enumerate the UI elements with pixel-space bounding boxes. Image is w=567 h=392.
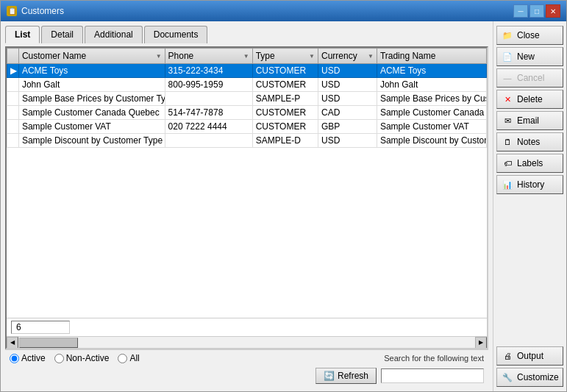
row-indicator — [7, 106, 19, 120]
cell-trading: Sample Customer Canada C — [377, 106, 486, 120]
history-icon: 📊 — [502, 179, 513, 190]
radio-nonactive[interactable]: Non-Active — [54, 353, 110, 363]
cell-currency: USD — [318, 78, 377, 92]
table-row[interactable]: Sample Customer Canada Quebec514-747-787… — [7, 106, 487, 120]
cell-phone: 800-995-1959 — [165, 78, 252, 92]
col-header-trading[interactable]: Trading Name — [377, 49, 486, 64]
window-controls: ─ □ ✕ — [513, 4, 560, 18]
tab-detail[interactable]: Detail — [41, 26, 83, 43]
close-icon: 📁 — [502, 29, 513, 41]
cell-name: Sample Base Prices by Customer Type — [18, 92, 165, 106]
cell-phone: 020 7222 4444 — [165, 120, 252, 134]
cell-trading: Sample Customer VAT — [377, 120, 486, 134]
labels-button[interactable]: 🏷 Labels — [496, 154, 563, 173]
scrollbar-track[interactable] — [18, 337, 475, 349]
notes-button[interactable]: 🗒 Notes — [496, 132, 563, 152]
minimize-button[interactable]: ─ — [513, 4, 528, 18]
customize-icon: 🔧 — [502, 371, 513, 383]
new-icon: 📄 — [502, 51, 513, 63]
sort-arrow-name: ▼ — [156, 53, 162, 60]
email-button[interactable]: ✉ Email — [496, 111, 563, 130]
scroll-right-button[interactable]: ▶ — [475, 337, 487, 349]
cell-type: CUSTOMER — [252, 120, 318, 134]
cell-name: Sample Customer VAT — [18, 120, 165, 134]
row-indicator — [7, 92, 19, 106]
row-indicator — [7, 120, 19, 134]
scrollbar-thumb[interactable] — [19, 338, 78, 348]
output-button[interactable]: 🖨 Output — [496, 346, 563, 366]
cell-type: CUSTOMER — [252, 78, 318, 92]
status-bar: 6 — [7, 318, 487, 336]
cell-name: Sample Discount by Customer Type — [18, 134, 165, 148]
table-container: Customer Name ▼ Phone ▼ — [5, 46, 488, 349]
bottom-bar: Active Non-Active All Search for the fol… — [5, 349, 488, 366]
cell-currency: USD — [318, 134, 377, 148]
customize-button[interactable]: 🔧 Customize — [496, 368, 563, 387]
cell-trading: ACME Toys — [377, 64, 486, 78]
row-indicator — [7, 78, 19, 92]
cell-currency: GBP — [318, 120, 377, 134]
search-label: Search for the following text — [384, 354, 484, 363]
customers-table: Customer Name ▼ Phone ▼ — [7, 48, 487, 148]
output-icon: 🖨 — [502, 350, 513, 362]
cell-phone: 514-747-7878 — [165, 106, 252, 120]
maximize-button[interactable]: □ — [529, 4, 544, 18]
cancel-button[interactable]: — Cancel — [496, 68, 563, 88]
cell-currency: USD — [318, 64, 377, 78]
delete-button[interactable]: ✕ Delete — [496, 90, 563, 109]
main-window: 📋 Customers ─ □ ✕ List Detail Additional… — [0, 0, 567, 392]
main-panel: List Detail Additional Documents — [1, 21, 493, 391]
table-row[interactable]: ▶ACME Toys315-222-3434CUSTOMERUSDACME To… — [7, 64, 487, 78]
col-header-name[interactable]: Customer Name ▼ — [18, 49, 165, 64]
cell-type: SAMPLE-D — [252, 134, 318, 148]
cell-currency: USD — [318, 92, 377, 106]
cell-name: ACME Toys — [18, 64, 165, 78]
table-row[interactable]: Sample Discount by Customer TypeSAMPLE-D… — [7, 134, 487, 148]
horizontal-scrollbar[interactable]: ◀ ▶ — [7, 336, 487, 348]
radio-active[interactable]: Active — [10, 353, 46, 363]
radio-all[interactable]: All — [118, 353, 139, 363]
search-input[interactable] — [381, 368, 484, 383]
cell-type: SAMPLE-P — [252, 92, 318, 106]
new-button[interactable]: 📄 New — [496, 47, 563, 66]
refresh-button[interactable]: 🔄 Refresh — [315, 368, 377, 384]
refresh-icon: 🔄 — [324, 371, 335, 381]
close-button[interactable]: 📁 Close — [496, 26, 563, 45]
col-header-type[interactable]: Type ▼ — [252, 49, 318, 64]
cell-trading: John Galt — [377, 78, 486, 92]
labels-icon: 🏷 — [502, 157, 513, 169]
cell-currency: CAD — [318, 106, 377, 120]
row-indicator: ▶ — [7, 64, 19, 78]
cell-trading: Sample Discount by Custom — [377, 134, 486, 148]
row-indicator — [7, 134, 19, 148]
scroll-left-button[interactable]: ◀ — [7, 337, 18, 349]
window-title: Customers — [21, 6, 64, 16]
sort-arrow-currency: ▼ — [368, 53, 374, 60]
table-row[interactable]: Sample Base Prices by Customer TypeSAMPL… — [7, 92, 487, 106]
cell-trading: Sample Base Prices by Cus — [377, 92, 486, 106]
table-row[interactable]: Sample Customer VAT020 7222 4444CUSTOMER… — [7, 120, 487, 134]
email-icon: ✉ — [502, 115, 513, 126]
window-close-button[interactable]: ✕ — [546, 4, 560, 18]
history-button[interactable]: 📊 History — [496, 175, 563, 194]
cell-type: CUSTOMER — [252, 106, 318, 120]
content-area: List Detail Additional Documents — [1, 21, 566, 391]
sort-arrow-type: ▼ — [309, 53, 315, 60]
cell-type: CUSTOMER — [252, 64, 318, 78]
cell-name: John Galt — [18, 78, 165, 92]
record-count: 6 — [11, 321, 70, 334]
cell-phone: 315-222-3434 — [165, 64, 252, 78]
tab-additional[interactable]: Additional — [85, 26, 143, 43]
tab-documents[interactable]: Documents — [144, 26, 208, 43]
cancel-icon: — — [502, 72, 513, 84]
table-wrapper[interactable]: Customer Name ▼ Phone ▼ — [7, 48, 487, 318]
cell-name: Sample Customer Canada Quebec — [18, 106, 165, 120]
col-header-currency[interactable]: Currency ▼ — [318, 49, 377, 64]
right-panel: 📁 Close 📄 New — Cancel ✕ Delete ✉ Email … — [493, 21, 566, 391]
notes-icon: 🗒 — [502, 136, 513, 148]
sort-arrow-phone: ▼ — [243, 53, 249, 60]
table-row[interactable]: John Galt800-995-1959CUSTOMERUSDJohn Gal… — [7, 78, 487, 92]
col-header-phone[interactable]: Phone ▼ — [165, 49, 252, 64]
app-icon: 📋 — [7, 6, 17, 16]
tab-list[interactable]: List — [5, 26, 40, 43]
